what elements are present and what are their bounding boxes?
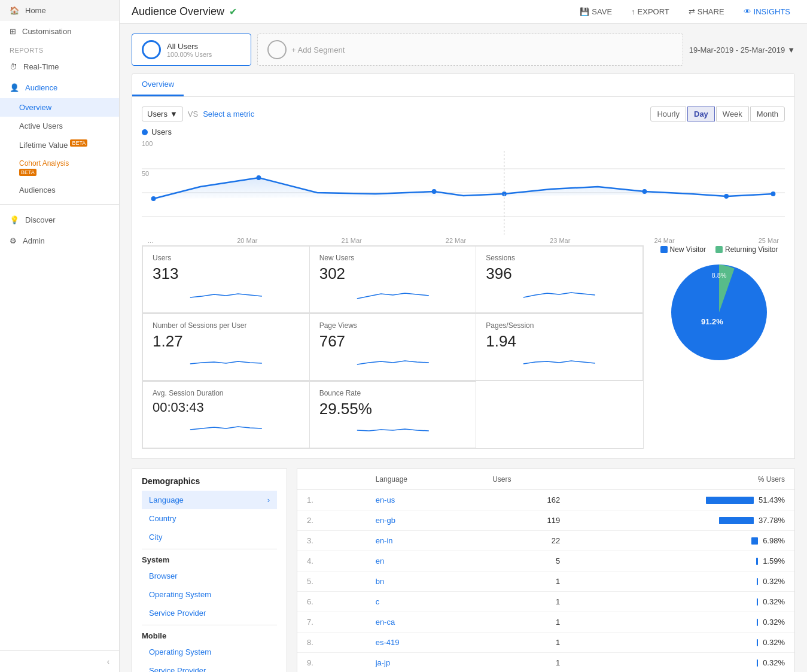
verified-icon: ✔ bbox=[229, 6, 237, 17]
row-lang[interactable]: es-419 bbox=[366, 633, 483, 653]
metric-sessions-value: 396 bbox=[486, 264, 633, 283]
time-btn-hourly[interactable]: Hourly bbox=[650, 107, 686, 121]
date-range-text: 19-Mar-2019 - 25-Mar-2019 bbox=[689, 45, 785, 54]
reports-section-label: REPORTS bbox=[0, 42, 119, 56]
sidebar-sub-overview[interactable]: Overview bbox=[0, 98, 119, 117]
sidebar-item-audience[interactable]: 👤 Audience bbox=[0, 77, 119, 98]
sidebar-item-customisation[interactable]: ⊞ Customisation bbox=[0, 21, 119, 42]
time-btn-week[interactable]: Week bbox=[716, 107, 749, 121]
row-users: 1 bbox=[483, 571, 570, 592]
sidebar-sub-cohort-analysis[interactable]: Cohort AnalysisBETA bbox=[0, 154, 119, 181]
row-lang[interactable]: bn bbox=[366, 571, 483, 592]
chart-controls-left: Users ▼ VS Select a metric bbox=[142, 107, 254, 121]
sidebar-item-admin[interactable]: ⚙ Admin bbox=[0, 230, 119, 251]
pie-legend: New Visitor Returning Visitor bbox=[660, 245, 778, 254]
time-btn-day[interactable]: Day bbox=[687, 107, 715, 121]
export-button[interactable]: ↑ EXPORT bbox=[626, 5, 674, 19]
row-num: 8. bbox=[297, 633, 366, 653]
metric-chevron: ▼ bbox=[170, 110, 178, 118]
pie-chart-svg: 91.2% 8.8% bbox=[665, 259, 773, 366]
sparkline-pv bbox=[319, 353, 467, 371]
demo-item-mobile-os[interactable]: Operating System bbox=[142, 643, 277, 661]
demo-item-city[interactable]: City bbox=[142, 528, 277, 546]
row-pct-text: 0.32% bbox=[763, 577, 785, 586]
sidebar-item-realtime[interactable]: ⏱ Real-Time bbox=[0, 56, 119, 77]
x-label-1: 20 Mar bbox=[237, 237, 257, 244]
insights-button[interactable]: 👁 INSIGHTS bbox=[739, 5, 795, 19]
sidebar-sub-audiences[interactable]: Audiences bbox=[0, 181, 119, 199]
row-lang[interactable]: c bbox=[366, 592, 483, 612]
sidebar: 🏠 Home ⊞ Customisation REPORTS ⏱ Real-Ti… bbox=[0, 0, 120, 672]
share-button[interactable]: ⇄ SHARE bbox=[684, 5, 729, 19]
metric-bounce-rate: Bounce Rate 29.55% bbox=[309, 381, 477, 448]
insights-icon: 👁 bbox=[744, 7, 751, 16]
legend-returning-visitor: Returning Visitor bbox=[715, 245, 778, 254]
sidebar-sub-active-users[interactable]: Active Users bbox=[0, 117, 119, 135]
row-pct-text: 0.32% bbox=[763, 658, 785, 667]
svg-point-3 bbox=[151, 196, 156, 201]
demo-item-os[interactable]: Operating System bbox=[142, 585, 277, 604]
sidebar-sub-lifetime-value[interactable]: Lifetime ValueBETA bbox=[0, 135, 119, 154]
chart-section: Users ▼ VS Select a metric Hourly Day We… bbox=[132, 97, 795, 459]
sidebar-item-discover[interactable]: 💡 Discover bbox=[0, 209, 119, 230]
chart-controls: Users ▼ VS Select a metric Hourly Day We… bbox=[142, 107, 785, 121]
metrics-section: Users 313 New Users 302 bbox=[142, 245, 644, 449]
row-lang[interactable]: en-gb bbox=[366, 510, 483, 531]
legend-new-visitor: New Visitor bbox=[660, 245, 706, 254]
demo-item-mobile-sp[interactable]: Service Provider bbox=[142, 661, 277, 672]
export-label: EXPORT bbox=[638, 7, 669, 16]
time-btn-month[interactable]: Month bbox=[750, 107, 785, 121]
row-lang[interactable]: en-ca bbox=[366, 612, 483, 633]
save-label: SAVE bbox=[592, 7, 612, 16]
sparkline-br bbox=[319, 421, 467, 439]
add-segment-button[interactable]: + Add Segment bbox=[257, 34, 683, 66]
demo-item-country[interactable]: Country bbox=[142, 509, 277, 528]
row-pct: 0.32% bbox=[570, 571, 794, 592]
sidebar-collapse-button[interactable]: ‹ bbox=[0, 650, 119, 672]
metric-br-value: 29.55% bbox=[319, 400, 467, 418]
sidebar-item-home[interactable]: 🏠 Home bbox=[0, 0, 119, 21]
metric-sessions-per-user: Number of Sessions per User 1.27 bbox=[142, 314, 310, 381]
tab-overview[interactable]: Overview bbox=[132, 74, 184, 96]
save-button[interactable]: 💾 SAVE bbox=[575, 5, 617, 19]
home-icon: 🏠 bbox=[10, 6, 19, 15]
demo-divider-1 bbox=[142, 549, 277, 549]
line-chart-svg bbox=[142, 151, 785, 235]
metric-ad-value: 00:03:43 bbox=[153, 400, 300, 415]
row-users: 1 bbox=[483, 633, 570, 653]
metric-users: Users 313 bbox=[142, 246, 310, 313]
demo-item-browser[interactable]: Browser bbox=[142, 567, 277, 585]
col-language: Language bbox=[366, 469, 483, 490]
metric-page-views: Page Views 767 bbox=[309, 314, 477, 381]
row-lang[interactable]: en-in bbox=[366, 531, 483, 551]
time-buttons: Hourly Day Week Month bbox=[650, 107, 785, 121]
metrics-row-1: Users 313 New Users 302 bbox=[142, 245, 644, 314]
metric-spu-value: 1.27 bbox=[153, 332, 300, 351]
metrics-pie-row: Users 313 New Users 302 bbox=[142, 245, 785, 449]
select-metric-link[interactable]: Select a metric bbox=[203, 110, 254, 118]
row-pct: 51.43% bbox=[570, 490, 794, 510]
svg-point-9 bbox=[771, 191, 776, 196]
row-pct-text: 0.32% bbox=[763, 597, 785, 606]
date-range-selector[interactable]: 19-Mar-2019 - 25-Mar-2019 ▼ bbox=[689, 45, 795, 54]
row-lang[interactable]: en-us bbox=[366, 490, 483, 510]
metric-spu-label: Number of Sessions per User bbox=[153, 321, 300, 330]
demo-language-arrow: › bbox=[267, 495, 270, 504]
metric-ps-value: 1.94 bbox=[486, 332, 633, 351]
row-users: 22 bbox=[483, 531, 570, 551]
metric-users-value: 313 bbox=[153, 264, 300, 283]
table-row: 2. en-gb 119 37.78% bbox=[297, 510, 794, 531]
row-pct-text: 1.59% bbox=[763, 557, 785, 565]
col-users[interactable]: Users bbox=[483, 469, 570, 490]
demo-item-service-provider[interactable]: Service Provider bbox=[142, 604, 277, 622]
row-lang[interactable]: en bbox=[366, 551, 483, 571]
col-num bbox=[297, 469, 366, 490]
row-lang[interactable]: ja-jp bbox=[366, 653, 483, 673]
demo-item-language[interactable]: Language › bbox=[142, 491, 277, 509]
returning-visitor-label: Returning Visitor bbox=[725, 245, 778, 254]
demo-sp-label: Service Provider bbox=[149, 609, 206, 618]
metric-label: Users bbox=[147, 110, 168, 118]
discover-icon: 💡 bbox=[10, 215, 19, 224]
segment-all-users[interactable]: All Users 100.00% Users bbox=[132, 34, 251, 66]
metric-selector[interactable]: Users ▼ bbox=[142, 107, 183, 121]
